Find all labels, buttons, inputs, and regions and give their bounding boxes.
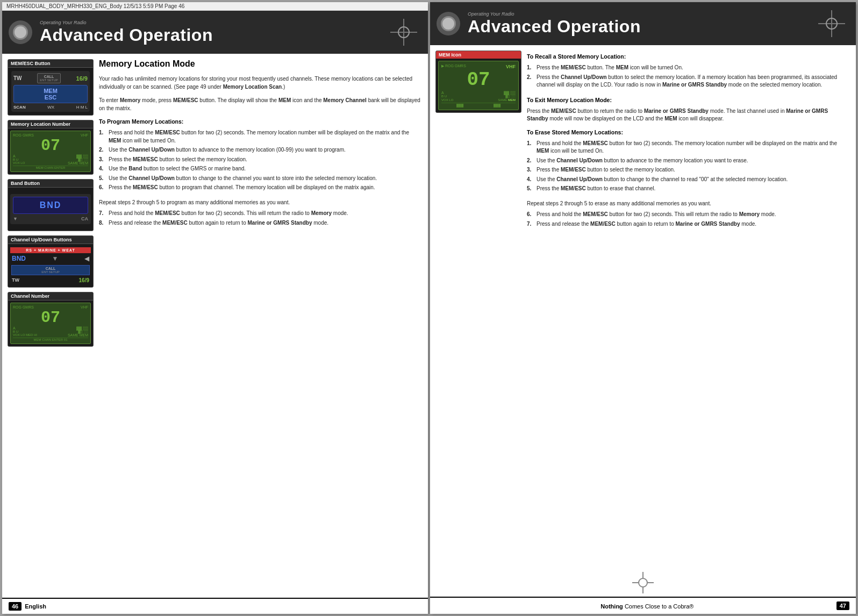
left-diagrams-column: MEM/ESC Button TW CALL ENT SETUP 16/9 [8, 59, 94, 592]
erase-step-4: 4.Use the Channel Up/Down button to chan… [527, 176, 850, 184]
erase-step-7: 7.Press and release the MEM/ESC button a… [527, 220, 850, 228]
header-icon-right [437, 12, 460, 35]
tw-label: TW [13, 75, 22, 81]
band-radio-body: BND ▼ CA [10, 194, 91, 224]
erase-steps-list: 1.Press and hold the MEM/ESC button for … [527, 140, 850, 195]
exit-heading: To Exit Memory Location Mode: [527, 97, 850, 103]
mem-esc-display: TW CALL ENT SETUP 16/9 MEM ESC [8, 68, 93, 115]
tagline-rest: Comes Close to a Cobra [625, 603, 689, 610]
recall-step-2: 2.Press the Channel Up/Down button to se… [527, 74, 850, 89]
radio-bottom-row: SCAN WX H M L [13, 105, 88, 110]
channel-number-display: ROG GMRS VHF 07 A ▓▓ ▒▒ B U ▓▒ ░░ [8, 300, 93, 346]
erase-step-3: 3.Press the MEM/ESC button to select the… [527, 166, 850, 174]
tagline-nothing: Nothing [600, 603, 623, 610]
step-7-left: 7.Press and hold the MEM/ESC button for … [99, 210, 423, 218]
left-header-title: Advanced Operation [40, 25, 213, 45]
left-page-number: 46 [9, 602, 22, 611]
section-title-left: Memory Location Mode [99, 59, 423, 69]
enter-memory-paragraph: To enter Memory mode, press MEM/ESC butt… [99, 97, 423, 112]
repeat-text-right: Repeat steps 2 through 5 to erase as man… [527, 200, 850, 208]
program-steps-cont-list: 7.Press and hold the MEM/ESC button for … [99, 210, 423, 228]
radio-body-1: TW CALL ENT SETUP 16/9 MEM ESC [11, 71, 90, 112]
bottom-crosshair-area [430, 569, 856, 597]
call-btn: CALL ENT SETUP [37, 73, 61, 83]
step-5-left: 5.Use the Channel Up/Down button to chan… [99, 175, 423, 183]
recall-step-1: 1.Press the MEM/ESC button. The MEM icon… [527, 64, 850, 72]
right-page-header: Operating Your Radio Advanced Operation [430, 2, 856, 45]
right-header-right [818, 2, 856, 45]
left-page-footer: 46 English [2, 598, 428, 614]
band-button-device-box: Band Button BND ▼ CA [8, 179, 94, 231]
mem-icon-device-box: MEM Icon ▶ ROG GMRS VHF 07 A [435, 51, 521, 113]
channel-number-device-box: Channel Number ROG GMRS VHF 07 A ▓▓ ▒▒ [8, 292, 94, 347]
erase-steps-cont-list: 6.Press and hold the MEM/ESC button for … [527, 211, 850, 230]
step-8-left: 8.Press and release the MEM/ESC button a… [99, 219, 423, 227]
call-btn-ch: CALL ENT SETUP [11, 265, 90, 275]
left-footer-lang: English [25, 603, 46, 610]
step-4-left: 4.Use the Band button to select the GMRS… [99, 165, 423, 173]
lcd-screen-mem: ▶ ROG GMRS VHF 07 A ▓▓ ▒▒ [438, 61, 519, 110]
left-page: MRHH450DUAL_BODY_MRHH330_ENG_Body 12/5/1… [2, 2, 428, 614]
channel-updown-label: Channel Up/Down Buttons [8, 236, 93, 244]
lcd-big-num-1: 07 [13, 138, 88, 154]
left-footer-left: 46 English [9, 602, 46, 611]
step-3-left: 3.Press the MEM/ESC button to select the… [99, 156, 423, 164]
intro-paragraph: Your radio has unlimited memory location… [99, 75, 423, 91]
program-heading: To Program Memory Locations: [99, 118, 423, 125]
mem-esc-device-box: MEM/ESC Button TW CALL ENT SETUP 16/9 [8, 59, 94, 116]
right-text-column: To Recall a Stored Memory Location: 1.Pr… [527, 51, 850, 563]
filename-text: MRHH450DUAL_BODY_MRHH330_ENG_Body 12/5/1… [6, 3, 184, 9]
bnd-label-ch: BND [12, 255, 26, 262]
band-button-display: BND ▼ CA [8, 188, 93, 231]
erase-step-6: 6.Press and hold the MEM/ESC button for … [527, 211, 850, 219]
bottom-crosshair [632, 572, 654, 593]
erase-step-5: 5.Press the MEM/ESC button to erase that… [527, 185, 850, 193]
file-info-bar: MRHH450DUAL_BODY_MRHH330_ENG_Body 12/5/1… [2, 2, 428, 11]
right-header-title: Advanced Operation [468, 17, 641, 37]
mem-lcd-big: 07 [441, 70, 516, 90]
right-page: Operating Your Radio Advanced Operation … [430, 2, 856, 614]
left-header-right [390, 11, 428, 54]
recall-steps-list: 1.Press the MEM/ESC button. The MEM icon… [527, 64, 850, 91]
memory-location-device-box: Memory Location Number ROG GMRS VHF 07 A… [8, 120, 94, 175]
left-page-header: Operating Your Radio Advanced Operation [2, 11, 428, 54]
channel-updown-display: RS + MARINE + WEAT BND ▼ ◀ CALL ENT SETU… [8, 244, 93, 287]
program-steps-list: 1.Press and hold the MEM/ESC button for … [99, 129, 423, 194]
memory-location-display: ROG GMRS VHF 07 A ▓▓ ▒▒ B U ▓▒ ░░ [8, 128, 93, 174]
bnd-text: BND [40, 200, 62, 210]
right-page-content: MEM Icon ▶ ROG GMRS VHF 07 A [430, 45, 856, 569]
ch-bar-text: RS + MARINE + WEAT [10, 247, 91, 253]
erase-heading: To Erase Stored Memory Locations: [527, 129, 850, 135]
ch-device-body: RS + MARINE + WEAT BND ▼ ◀ CALL ENT SETU… [10, 247, 91, 284]
erase-step-1: 1.Press and hold the MEM/ESC button for … [527, 140, 850, 155]
left-header-subtitle: Operating Your Radio [40, 20, 213, 25]
band-button-label: Band Button [8, 180, 93, 188]
channel-num-display: 16/9 [76, 75, 88, 82]
exit-text: Press the MEM/ESC button to return the r… [527, 108, 850, 123]
mem-esc-btn-graphic: MEM ESC [13, 85, 88, 103]
recall-heading: To Recall a Stored Memory Location: [527, 53, 850, 60]
right-page-footer: Nothing Comes Close to a Cobra® 47 [430, 597, 856, 614]
radio-top-row: TW CALL ENT SETUP 16/9 [13, 73, 88, 83]
channel-updown-device-box: Channel Up/Down Buttons RS + MARINE + WE… [8, 235, 94, 288]
lcd-screen-3: ROG GMRS VHF 07 A ▓▓ ▒▒ B U ▓▒ ░░ [10, 303, 91, 344]
lcd-big-num-3: 07 [13, 310, 88, 326]
right-page-number: 47 [836, 601, 849, 610]
repeat-text-left: Repeat steps 2 through 5 to program as m… [99, 199, 423, 207]
memory-location-label: Memory Location Number [8, 120, 93, 128]
lcd-screen-1: ROG GMRS VHF 07 A ▓▓ ▒▒ B U ▓▒ ░░ [10, 131, 91, 172]
right-footer-tagline: Nothing Comes Close to a Cobra® [600, 601, 693, 611]
left-page-content: MEM/ESC Button TW CALL ENT SETUP 16/9 [2, 54, 428, 598]
mem-esc-label: MEM/ESC Button [8, 60, 93, 68]
bnd-display: BND [13, 197, 88, 214]
right-diagrams-column: MEM Icon ▶ ROG GMRS VHF 07 A [435, 51, 521, 563]
crosshair-decoration-right [818, 10, 845, 37]
step-6-left: 6.Press the MEM/ESC button to program th… [99, 184, 423, 192]
mem-icon-label: MEM Icon [436, 51, 521, 59]
header-icon-left [9, 20, 32, 44]
crosshair-decoration-left [390, 19, 417, 46]
left-text-column: Memory Location Mode Your radio has unli… [99, 59, 423, 592]
channel-number-label: Channel Number [8, 292, 93, 300]
erase-step-2: 2.Use the Channel Up/Down button to adva… [527, 157, 850, 165]
mem-icon-display: ▶ ROG GMRS VHF 07 A ▓▓ ▒▒ [436, 59, 521, 112]
